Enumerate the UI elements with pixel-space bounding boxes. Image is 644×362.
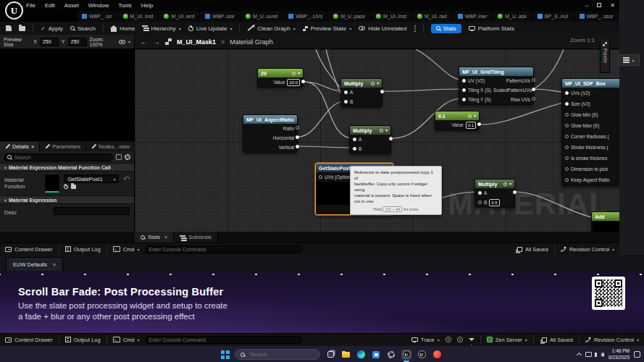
store-icon[interactable]	[371, 350, 381, 360]
windows-start-icon[interactable]	[221, 350, 230, 359]
taskbar-search[interactable]	[235, 349, 320, 360]
desc-input[interactable]	[54, 207, 130, 215]
output-pin-vertical[interactable]	[296, 145, 299, 148]
insights-icon[interactable]	[446, 337, 451, 342]
input-pin-b[interactable]	[344, 100, 348, 104]
input-pin-uv[interactable]	[462, 79, 466, 83]
preview-toggle-icon[interactable]	[380, 129, 383, 132]
tab-stats[interactable]: Stats×	[135, 232, 174, 243]
tab-asset[interactable]: WBP..olor	[200, 11, 241, 22]
node-mf-ui-sdf-box[interactable]: MF_UI_SDF_Box UVs (V2) Size (V2) Glow Mi…	[561, 78, 619, 186]
output-pin[interactable]	[389, 137, 393, 140]
preview-toggle-icon[interactable]	[468, 114, 472, 118]
screenshot-icon[interactable]	[457, 337, 463, 342]
hide-unrelated-button[interactable]: Hide Unrelated	[359, 25, 406, 32]
material-preview-viewport[interactable]	[0, 49, 135, 141]
output-pin[interactable]	[301, 80, 305, 83]
unreal-logo-icon[interactable]: U	[5, 1, 23, 20]
zen-server-button[interactable]: Zen Server▾	[487, 337, 527, 343]
input-pin-b[interactable]	[478, 201, 482, 204]
reset-to-default-icon[interactable]: ⤺	[123, 174, 130, 193]
hierarchy-button[interactable]: Hierarchy▾	[142, 25, 180, 32]
input-pin-a[interactable]	[353, 138, 356, 141]
input-pin[interactable]	[565, 91, 569, 95]
input-pin-b[interactable]	[353, 147, 356, 151]
node-mf-ui-aspectratio[interactable]: MF_UI_AspectRatio Ratio Horizontal Verti…	[243, 114, 298, 153]
use-selected-icon[interactable]	[64, 185, 68, 189]
menu-edit[interactable]: Edit	[45, 2, 55, 9]
filter-grid-icon[interactable]	[116, 154, 122, 160]
input-pin[interactable]	[565, 135, 569, 138]
input-pin[interactable]	[565, 178, 569, 182]
settings-gear-icon[interactable]	[386, 350, 396, 360]
tab-euw-defaults[interactable]: EUW Defaults×	[6, 257, 63, 271]
value-box[interactable]: 20.0	[287, 79, 300, 86]
home-button[interactable]: Home	[111, 25, 135, 32]
tab-asset[interactable]: WBP_..UVs	[283, 11, 328, 22]
minimize-icon[interactable]: –	[585, 2, 588, 9]
material-function-thumbnail[interactable]	[45, 174, 60, 193]
file-explorer-icon[interactable]	[340, 350, 351, 360]
breadcrumb-asset[interactable]: M_UI_Mask1	[177, 38, 216, 46]
tab-details[interactable]: Details×	[0, 142, 40, 151]
input-pin-uvs-optional[interactable]	[319, 175, 322, 179]
tab-asset[interactable]: M_UI..ient	[159, 11, 200, 22]
chevron-down-icon[interactable]: ▾	[128, 39, 130, 44]
output-pin-scaledpatternuvs[interactable]	[532, 88, 535, 91]
cmd-button[interactable]: ›_Cmd▾	[113, 246, 140, 253]
epic-launcher-icon[interactable]	[432, 350, 442, 360]
value-box[interactable]: 0.1	[466, 122, 476, 129]
tab-asset[interactable]: M_U..pace	[328, 11, 371, 22]
notification-icon[interactable]	[634, 351, 640, 358]
console-command-input[interactable]	[146, 336, 301, 344]
close-tab-icon[interactable]: ×	[53, 262, 56, 267]
output-pin[interactable]	[513, 190, 517, 194]
clock[interactable]: 1:46 PM 6/23/2025	[609, 348, 630, 360]
input-pin[interactable]	[565, 156, 569, 160]
tab-asset[interactable]: WBP..iner	[453, 11, 493, 22]
menu-tools[interactable]: Tools	[118, 2, 132, 9]
tab-asset[interactable]: WBP_..ssor	[574, 11, 619, 22]
preview-y-input[interactable]	[68, 38, 87, 46]
details-search-input[interactable]	[4, 153, 113, 161]
trace-button[interactable]: Trace▾	[411, 337, 440, 343]
tab-asset[interactable]: WBP_..lor	[77, 11, 118, 22]
live-update-button[interactable]: Live Update▾	[188, 25, 233, 32]
taskbar-search-input[interactable]	[248, 350, 306, 358]
material-function-dropdown[interactable]: GetSlatePost1▾	[64, 174, 119, 183]
node-multiply-3[interactable]: Multiply▾ A B0.5	[474, 179, 515, 208]
visibility-icon[interactable]	[119, 40, 125, 44]
back-button[interactable]: ←	[141, 38, 148, 46]
unreal-engine-active-icon[interactable]: U	[401, 350, 411, 360]
options-dots-icon[interactable]	[414, 25, 416, 27]
menu-asset[interactable]: Asset	[64, 2, 79, 9]
volume-icon[interactable]	[601, 353, 604, 357]
menu-file[interactable]: File	[26, 2, 35, 9]
all-saved-button[interactable]: All Saved	[540, 337, 573, 343]
preview-toggle-icon[interactable]	[371, 82, 375, 85]
tab-parameters[interactable]: Parameters	[40, 142, 86, 151]
node-constant-20[interactable]: 20▾ Value20.0	[257, 68, 304, 88]
input-pin-a[interactable]	[344, 90, 348, 94]
network-icon[interactable]	[585, 352, 592, 357]
stats-button[interactable]: Stats	[431, 24, 461, 33]
chevron-down-icon[interactable]: ▾	[377, 81, 379, 85]
tab-asset[interactable]: M_UI..Inst	[371, 11, 412, 22]
output-pin[interactable]	[380, 90, 384, 93]
search-button[interactable]: Search	[70, 25, 96, 32]
forward-button[interactable]: →	[153, 38, 160, 46]
browse-to-asset-icon[interactable]	[71, 185, 76, 189]
preview-toggle-icon[interactable]	[503, 182, 507, 186]
browse-icon[interactable]	[19, 26, 25, 31]
cmd-button[interactable]: ›_Cmd▾	[113, 337, 140, 343]
tab-asset[interactable]: BP_S..nUI	[532, 11, 574, 22]
platform-stats-button[interactable]: Platform Stats	[469, 25, 514, 32]
value-box[interactable]: 0.5	[489, 199, 499, 206]
input-pin[interactable]	[565, 167, 569, 171]
node-multiply-2[interactable]: Multiply▾ A B	[349, 125, 391, 154]
output-pin-patternuvs[interactable]	[532, 78, 535, 82]
output-pin-horizontal[interactable]	[296, 135, 299, 139]
preview-toggle-icon[interactable]	[292, 72, 296, 75]
input-pin[interactable]	[565, 124, 569, 127]
input-pin-tiling-x[interactable]	[462, 88, 466, 92]
